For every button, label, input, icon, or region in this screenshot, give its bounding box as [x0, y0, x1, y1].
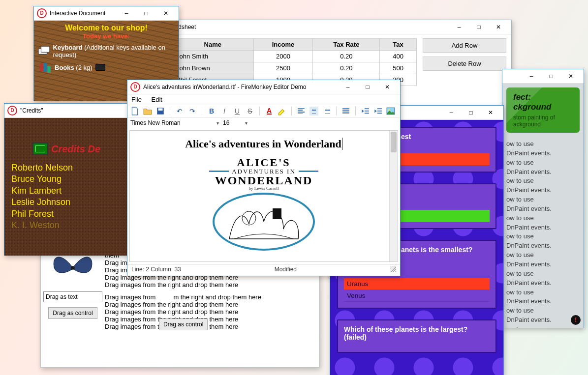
credit-name: Kim Lambert [11, 185, 122, 197]
modified-indicator: Modified [275, 266, 297, 273]
italic-button[interactable]: I [220, 107, 229, 115]
editor-statusbar: Line: 2 Column: 33 Modified [127, 264, 400, 274]
credit-name: K. I. Weston [11, 220, 122, 231]
book-title-graphic: ALICE'S ADVENTURES IN WONDERLAND by Lewi… [209, 157, 318, 191]
spreadsheet-titlebar[interactable]: readsheet – □ ✕ [167, 20, 511, 34]
svg-rect-9 [365, 111, 369, 112]
redo-icon[interactable]: ↷ [188, 107, 197, 115]
maximize-button[interactable]: □ [136, 8, 156, 19]
font-family-select[interactable]: Times New Roman [130, 119, 219, 126]
align-center-icon[interactable] [309, 107, 318, 115]
svg-rect-8 [365, 108, 369, 109]
font-color-button[interactable]: A [265, 107, 274, 115]
table-row[interactable]: John Brown25000.20500 [172, 62, 417, 74]
drag-as-control-button[interactable]: Drag as control [48, 307, 97, 319]
maximize-button[interactable]: □ [461, 107, 481, 118]
editor-title: Alice's adventures inWonderland.rtf - Fi… [143, 84, 338, 90]
onpaint-titlebar[interactable]: – □ ✕ [502, 69, 584, 84]
chip-icon [32, 143, 48, 155]
minimize-button[interactable]: – [522, 71, 541, 82]
outdent-icon[interactable] [361, 107, 370, 115]
quiz-card: Which of these planets is the largest? (… [337, 319, 496, 353]
credits-heading: Credits De [51, 144, 100, 155]
vertical-scrollbar[interactable] [389, 131, 398, 261]
floating-drag-button[interactable]: Drag as control [159, 318, 208, 330]
font-size-select[interactable]: 16 [223, 119, 248, 126]
doc-heading: Alice's adventures in Wonderland [185, 138, 342, 150]
strike-button[interactable]: S [246, 107, 254, 115]
highlight-button[interactable] [278, 107, 286, 115]
maximize-button[interactable]: □ [358, 82, 377, 93]
svg-rect-5 [47, 66, 51, 73]
col-taxrate[interactable]: Tax Rate [313, 39, 380, 51]
indent-icon[interactable] [373, 107, 382, 115]
credit-name: Phil Forest [11, 208, 122, 220]
shop-title: Interactive Document [50, 10, 117, 17]
editor-window: Alice's adventures inWonderland.rtf - Fi… [127, 80, 401, 276]
credit-name: Roberto Nelson [11, 162, 122, 173]
open-file-icon[interactable] [143, 107, 152, 115]
close-button[interactable]: ✕ [481, 107, 500, 118]
undo-icon[interactable]: ↶ [175, 107, 184, 115]
menu-file[interactable]: File [131, 96, 142, 103]
editor-titlebar[interactable]: Alice's adventures inWonderland.rtf - Fi… [127, 80, 400, 94]
close-button[interactable]: ✕ [377, 82, 397, 93]
onpaint-card-heading: fect: ckground [513, 92, 573, 112]
table-row[interactable]: John Smith20000.20400 [172, 51, 417, 62]
resize-grip-icon[interactable] [390, 266, 396, 272]
spreadsheet-title: readsheet [170, 24, 449, 30]
col-income[interactable]: Income [253, 39, 313, 51]
delete-row-button[interactable]: Delete Row [423, 57, 506, 71]
minimize-button[interactable]: – [117, 8, 136, 19]
add-row-button[interactable]: Add Row [423, 38, 506, 53]
cursor-position: Line: 2 Column: 33 [131, 266, 181, 273]
insert-image-icon[interactable] [386, 107, 395, 115]
credit-name: Bruce Young [11, 173, 122, 185]
onpaint-card-sub: stom painting of ackground [513, 114, 573, 128]
minimize-button[interactable]: – [441, 107, 461, 118]
svg-rect-18 [273, 208, 281, 219]
maximize-button[interactable]: □ [469, 22, 489, 33]
maximize-button[interactable]: □ [541, 71, 561, 82]
minimize-button[interactable]: – [338, 82, 358, 93]
error-icon[interactable]: ! [571, 315, 581, 325]
quiz-option[interactable]: Venus [344, 290, 490, 302]
menu-edit[interactable]: Edit [152, 96, 162, 103]
editor-document[interactable]: Alice's adventures in Wonderland ALICE'S… [129, 130, 398, 262]
minimize-button[interactable]: – [449, 22, 469, 33]
close-button[interactable]: ✕ [489, 22, 508, 33]
bold-button[interactable]: B [207, 107, 216, 115]
onpaint-window: – □ ✕ fect: ckground stom painting of ac… [502, 69, 584, 328]
underline-button[interactable]: U [233, 107, 242, 115]
editor-menubar: File Edit [127, 94, 400, 105]
close-button[interactable]: ✕ [156, 8, 176, 19]
svg-rect-12 [377, 111, 382, 112]
save-file-icon[interactable] [156, 107, 165, 115]
app-icon [37, 8, 47, 18]
scrollbar-thumb[interactable] [391, 132, 397, 152]
drag-text-input[interactable] [43, 291, 102, 302]
credit-name: Leslie Johnson [11, 197, 122, 208]
col-tax[interactable]: Tax [380, 39, 417, 51]
svg-point-0 [71, 266, 74, 269]
col-name[interactable]: Name [172, 39, 254, 51]
new-file-icon[interactable] [130, 107, 139, 115]
close-button[interactable]: ✕ [561, 71, 581, 82]
shop-heading: Welcome to our shop! [38, 24, 175, 32]
quiz-question: Which of these planets is the largest? (… [344, 325, 490, 341]
svg-rect-2 [41, 46, 50, 52]
shop-item[interactable]: Books (2 kg) [38, 61, 175, 73]
svg-rect-3 [40, 63, 43, 71]
align-justify-icon[interactable] [341, 107, 350, 115]
svg-rect-4 [44, 63, 47, 71]
book-illustration [213, 193, 315, 251]
spreadsheet-table[interactable]: Name Income Tax Rate Tax John Smith20000… [172, 38, 417, 86]
quiz-option[interactable]: Uranus [344, 278, 490, 290]
shop-item[interactable]: Keyboard (Additional keys available on r… [38, 44, 175, 58]
align-left-icon[interactable] [297, 107, 306, 115]
shop-titlebar[interactable]: Interactive Document – □ ✕ [34, 6, 179, 21]
weight-icon [95, 64, 105, 71]
credits-titlebar[interactable]: "Credits" [4, 104, 128, 118]
align-right-icon[interactable] [322, 107, 331, 115]
svg-rect-7 [158, 108, 163, 111]
